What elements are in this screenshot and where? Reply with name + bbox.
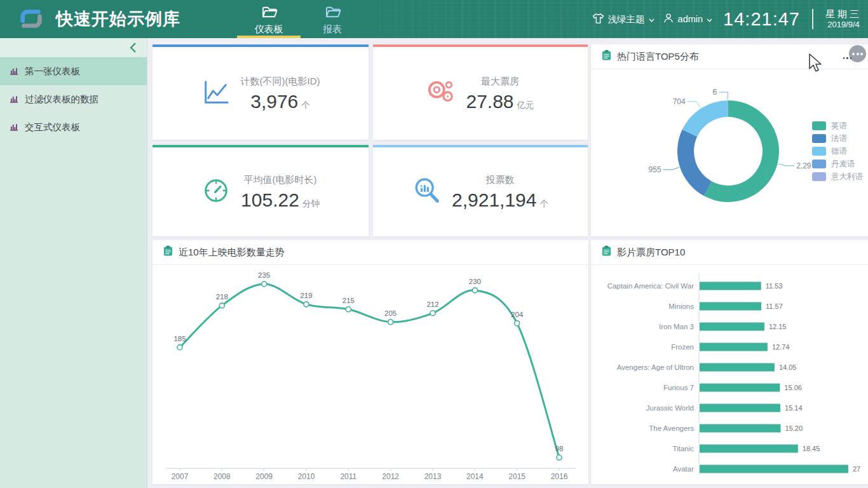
chart-legend: 英语法语德语丹麦语意大利语 bbox=[812, 121, 863, 181]
kpi-card-avg-duration: 平均值(电影时长) 105.22分钟 bbox=[153, 145, 369, 236]
panel-header: 热门语言TOP5分布 bbox=[591, 44, 868, 69]
kpi-unit: 分钟 bbox=[302, 199, 320, 208]
svg-text:2016: 2016 bbox=[551, 472, 568, 481]
header-divider bbox=[812, 9, 813, 29]
svg-text:Titanic: Titanic bbox=[673, 445, 695, 452]
weekday-label: 星期三 bbox=[825, 8, 862, 20]
svg-text:98: 98 bbox=[555, 445, 564, 452]
svg-text:2007: 2007 bbox=[172, 472, 189, 481]
sidebar: 第一张仪表板过滤仪表板的数据交互式仪表板 bbox=[0, 38, 147, 488]
header-right-cluster: 浅绿主题 admin 14:21:47 bbox=[592, 0, 864, 38]
main-tabs: 仪表板 报表 bbox=[237, 0, 364, 38]
bubbles-icon bbox=[426, 78, 456, 109]
svg-text:12.15: 12.15 bbox=[769, 323, 787, 330]
folder-open-icon bbox=[261, 4, 278, 22]
svg-text:The Avengers: The Avengers bbox=[649, 424, 694, 432]
panel-boxoffice-top10: 影片票房TOP10 Captain America: Civil War11.5… bbox=[591, 240, 868, 484]
user-dropdown[interactable]: admin bbox=[663, 12, 713, 26]
legend-swatch bbox=[812, 147, 826, 156]
sidebar-item[interactable]: 过滤仪表板的数据 bbox=[0, 85, 147, 113]
svg-text:2011: 2011 bbox=[340, 472, 356, 481]
tab-label: 报表 bbox=[323, 24, 342, 36]
chevron-down-icon bbox=[707, 14, 712, 24]
legend-swatch bbox=[812, 121, 826, 130]
movies-trend-line-chart: 2007200820092010201120122013201420152016… bbox=[160, 266, 581, 484]
svg-text:2008: 2008 bbox=[214, 472, 231, 481]
svg-text:Jurassic World: Jurassic World bbox=[646, 404, 694, 412]
kpi-unit: 个 bbox=[539, 199, 548, 208]
legend-item[interactable]: 意大利语 bbox=[812, 172, 863, 181]
sidebar-item[interactable]: 交互式仪表板 bbox=[0, 113, 147, 141]
clock-time: 14:21:47 bbox=[723, 9, 800, 30]
svg-text:12.74: 12.74 bbox=[772, 343, 790, 351]
panel-header: 近10年上映电影数量走势 bbox=[153, 240, 588, 265]
legend-swatch bbox=[812, 172, 826, 181]
chevron-down-icon bbox=[649, 14, 654, 24]
app-root: 快速开始示例库 仪表板 报表 bbox=[0, 0, 868, 488]
svg-text:955: 955 bbox=[649, 165, 661, 174]
panel-movies-trend: 近10年上映电影数量走势 200720082009201020112012201… bbox=[153, 240, 588, 484]
panel-title: 近10年上映电影数量走势 bbox=[179, 247, 285, 259]
more-options-button[interactable] bbox=[849, 45, 866, 62]
gauge-icon bbox=[201, 176, 231, 208]
sidebar-item[interactable]: 第一张仪表板 bbox=[0, 57, 147, 85]
folder-open-icon bbox=[324, 4, 341, 22]
svg-text:2014: 2014 bbox=[466, 472, 484, 481]
app-title: 快速开始示例库 bbox=[56, 0, 180, 38]
legend-label: 法语 bbox=[831, 133, 847, 144]
legend-label: 丹麦语 bbox=[831, 159, 855, 170]
kpi-label: 计数(不同)(电影ID) bbox=[241, 76, 320, 88]
sidebar-item-label: 过滤仪表板的数据 bbox=[25, 93, 98, 105]
kpi-card-movie-count: 计数(不同)(电影ID) 3,976个 bbox=[153, 44, 369, 140]
tab-report[interactable]: 报表 bbox=[301, 0, 364, 38]
date-label: 2019/9/4 bbox=[825, 20, 862, 30]
bar-chart-icon bbox=[9, 65, 19, 78]
svg-text:6: 6 bbox=[713, 88, 717, 97]
svg-text:230: 230 bbox=[469, 278, 481, 285]
sidebar-collapse-button[interactable] bbox=[125, 40, 140, 55]
clipboard-icon bbox=[163, 245, 173, 259]
svg-text:18.45: 18.45 bbox=[803, 445, 820, 452]
date-block: 星期三 2019/9/4 bbox=[825, 8, 864, 30]
svg-text:235: 235 bbox=[258, 271, 270, 279]
kpi-label: 投票数 bbox=[452, 174, 548, 186]
legend-item[interactable]: 德语 bbox=[812, 147, 863, 156]
tab-dashboard[interactable]: 仪表板 bbox=[237, 0, 301, 38]
legend-label: 英语 bbox=[831, 121, 847, 132]
svg-text:Avatar: Avatar bbox=[673, 465, 694, 473]
svg-text:215: 215 bbox=[342, 297, 355, 304]
legend-swatch bbox=[812, 134, 826, 143]
svg-text:15.20: 15.20 bbox=[785, 424, 803, 432]
kpi-unit: 亿元 bbox=[517, 100, 534, 110]
svg-text:Frozen: Frozen bbox=[671, 343, 694, 351]
legend-item[interactable]: 丹麦语 bbox=[812, 159, 863, 168]
svg-text:704: 704 bbox=[673, 97, 686, 106]
svg-text:2015: 2015 bbox=[508, 472, 526, 481]
app-logo-icon bbox=[17, 5, 46, 33]
bar-chart-icon bbox=[9, 121, 19, 133]
theme-dropdown[interactable]: 浅绿主题 bbox=[592, 13, 654, 26]
line-chart-icon bbox=[201, 78, 231, 109]
kpi-card-max-boxoffice: 最大票房 27.88亿元 bbox=[373, 44, 588, 140]
tshirt-icon bbox=[592, 13, 604, 26]
svg-text:2013: 2013 bbox=[424, 472, 442, 481]
svg-text:212: 212 bbox=[426, 301, 438, 308]
svg-text:Avengers: Age of Ultron: Avengers: Age of Ultron bbox=[617, 363, 694, 371]
panel-title: 热门语言TOP5分布 bbox=[617, 51, 699, 63]
svg-text:2009: 2009 bbox=[255, 472, 273, 481]
clipboard-icon bbox=[601, 50, 612, 64]
svg-text:2012: 2012 bbox=[382, 472, 399, 481]
svg-text:219: 219 bbox=[300, 292, 312, 299]
legend-label: 德语 bbox=[831, 146, 847, 157]
sidebar-menu: 第一张仪表板过滤仪表板的数据交互式仪表板 bbox=[0, 57, 147, 141]
svg-text:Furious 7: Furious 7 bbox=[663, 384, 694, 391]
svg-text:204: 204 bbox=[511, 311, 524, 318]
panel-header: 影片票房TOP10 bbox=[591, 240, 868, 265]
clipboard-icon bbox=[601, 245, 612, 259]
svg-text:205: 205 bbox=[384, 309, 397, 317]
user-icon bbox=[663, 12, 674, 26]
legend-item[interactable]: 法语 bbox=[812, 134, 863, 143]
svg-text:Iron Man 3: Iron Man 3 bbox=[659, 323, 694, 330]
legend-item[interactable]: 英语 bbox=[812, 121, 863, 130]
legend-label: 意大利语 bbox=[831, 172, 863, 182]
